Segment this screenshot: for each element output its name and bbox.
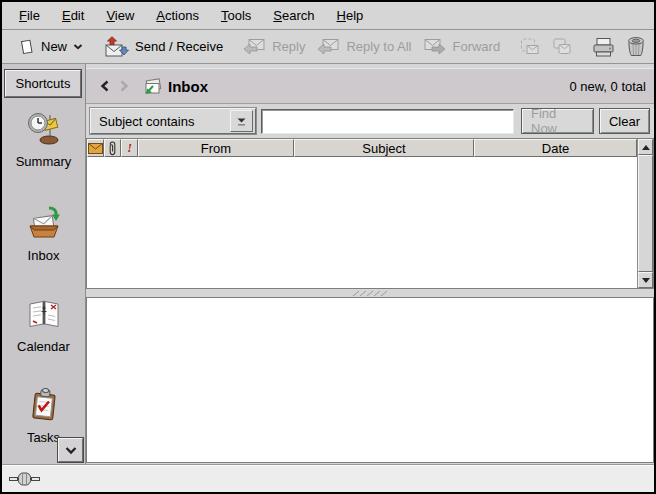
trash-icon (627, 36, 645, 57)
message-count-status: 0 new, 0 total (569, 79, 646, 94)
menu-edit[interactable]: Edit (51, 2, 95, 29)
new-button[interactable]: New (12, 35, 89, 59)
summary-icon (2, 110, 85, 148)
triangle-down-icon (641, 277, 651, 284)
send-receive-button[interactable]: Send / Receive (97, 33, 229, 61)
menu-tools[interactable]: Tools (210, 2, 262, 29)
calendar-icon (2, 295, 85, 333)
move-to-folder-button[interactable] (514, 34, 546, 59)
column-from[interactable]: From (138, 139, 294, 157)
folder-header-bar: Inbox 0 new, 0 total (86, 68, 654, 104)
search-criteria-value: Subject contains (99, 114, 194, 129)
combo-arrow-icon (230, 110, 253, 132)
sidebar-item-tasks[interactable]: Tasks (2, 386, 85, 445)
message-list-body[interactable] (87, 157, 637, 288)
copy-to-folder-button[interactable] (546, 34, 578, 59)
shortcuts-group-button[interactable]: Shortcuts (5, 70, 81, 97)
inbox-folder-icon (142, 77, 163, 96)
folder-title: Inbox (168, 78, 208, 95)
search-bar: Subject contains Find Now Clear (86, 104, 654, 138)
print-icon (592, 37, 615, 57)
back-icon (100, 80, 109, 92)
sidebar-item-summary[interactable]: Summary (2, 110, 85, 169)
chevron-down-icon (64, 446, 78, 455)
pane-splitter[interactable] (86, 289, 654, 297)
column-subject[interactable]: Subject (294, 139, 474, 157)
trash-button[interactable] (621, 33, 651, 60)
envelope-icon (88, 143, 103, 154)
sidebar-item-label: Summary (2, 154, 85, 169)
shortcut-bar: Shortcuts Summary (2, 64, 86, 464)
main-area: Inbox 0 new, 0 total Subject contains Fi… (86, 64, 654, 464)
message-list-scrollbar[interactable] (637, 139, 653, 288)
reply-to-all-button[interactable]: Reply to All (311, 34, 417, 59)
sidebar-item-label: Calendar (2, 339, 85, 354)
scrollbar-thumb[interactable] (638, 155, 653, 272)
sidebar-item-label: Inbox (2, 248, 85, 263)
column-date[interactable]: Date (474, 139, 637, 157)
scroll-up-button[interactable] (638, 139, 653, 155)
column-status[interactable] (87, 139, 104, 157)
triangle-up-icon (641, 144, 651, 151)
find-now-button[interactable]: Find Now (521, 108, 594, 134)
menu-help[interactable]: Help (326, 2, 375, 29)
statusbar (2, 464, 654, 492)
sidebar-scroll-down-button[interactable] (58, 438, 83, 462)
sidebar-item-inbox[interactable]: Inbox (2, 204, 85, 263)
reply-to-all-icon (317, 37, 340, 56)
reply-to-all-label: Reply to All (346, 39, 411, 54)
tasks-icon (2, 386, 85, 424)
send-receive-icon (103, 36, 129, 58)
paperclip-icon (108, 141, 117, 156)
reply-label: Reply (272, 39, 305, 54)
dropdown-caret-icon (73, 44, 83, 50)
menubar: File Edit View Actions Tools Search Help (2, 2, 654, 30)
send-receive-label: Send / Receive (135, 39, 223, 54)
inbox-icon (2, 204, 85, 242)
forward-button[interactable]: Forward (417, 34, 506, 59)
plug-connected-icon[interactable] (9, 471, 40, 487)
new-document-icon (18, 38, 35, 56)
move-to-folder-icon (520, 37, 540, 56)
forward-icon (423, 37, 446, 56)
column-attachment[interactable] (104, 139, 121, 157)
evolution-window: File Edit View Actions Tools Search Help… (0, 0, 656, 494)
toolbar-overflow-button[interactable] (651, 37, 656, 57)
shortcuts-label: Shortcuts (16, 76, 71, 91)
reply-button[interactable]: Reply (237, 34, 311, 59)
scroll-down-button[interactable] (638, 272, 653, 288)
column-priority[interactable]: ! (121, 139, 138, 157)
message-list-pane: ! From Subject Date (86, 138, 654, 289)
splitter-hatch-icon (351, 290, 389, 297)
copy-to-folder-icon (552, 37, 572, 56)
print-button[interactable] (586, 34, 621, 60)
menu-actions[interactable]: Actions (145, 2, 210, 29)
forward-nav-icon (120, 80, 129, 92)
search-input[interactable] (261, 109, 514, 134)
menu-view[interactable]: View (95, 2, 145, 29)
forward-label: Forward (452, 39, 500, 54)
forward-button-nav[interactable] (114, 75, 134, 97)
priority-icon: ! (127, 141, 132, 156)
back-button[interactable] (94, 75, 114, 97)
message-preview-pane[interactable] (86, 297, 654, 463)
toolbar: New Send / Receive (2, 30, 654, 64)
clear-button[interactable]: Clear (599, 108, 650, 134)
menu-file[interactable]: File (8, 2, 51, 29)
sidebar-item-calendar[interactable]: Calendar (2, 295, 85, 354)
reply-icon (243, 37, 266, 56)
message-list-header: ! From Subject Date (87, 139, 637, 157)
search-criteria-dropdown[interactable]: Subject contains (90, 108, 256, 134)
menu-search[interactable]: Search (262, 2, 325, 29)
new-button-label: New (41, 39, 67, 54)
